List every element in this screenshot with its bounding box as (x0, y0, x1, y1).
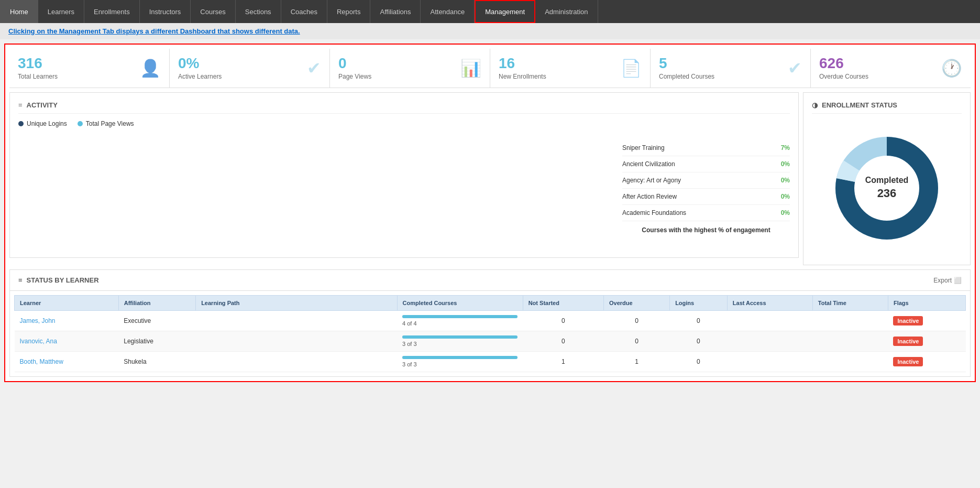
course-row: After Action Review0% (622, 189, 790, 205)
col-header-flags: Flags (888, 296, 965, 311)
stat-value-0: 316 (18, 56, 58, 71)
stat-label-2: Page Views (338, 73, 371, 80)
table-row: Booth, MatthewShukela3 of 3110Inactive (15, 352, 966, 372)
activity-chart (18, 134, 612, 249)
donut-completed-value: 236 (865, 186, 909, 201)
course-row: Sniper Training7% (622, 140, 790, 156)
learner-link[interactable]: Ivanovic, Ana (20, 338, 57, 345)
stat-value-4: 5 (659, 56, 714, 71)
donut-chart: Completed 236 (829, 131, 944, 246)
flags-cell: Inactive (888, 311, 965, 331)
course-name: Sniper Training (622, 144, 665, 151)
overdue-cell: 0 (603, 331, 669, 352)
status-header: ≡ STATUS BY LEARNER Export ⬜ (10, 270, 970, 291)
stat-card-0: 316Total Learners👤 (9, 49, 170, 88)
col-header-logins: Logins (670, 296, 728, 311)
stat-label-5: Overdue Courses (819, 73, 868, 80)
announcement-text[interactable]: Clicking on the Management Tab displays … (8, 27, 300, 35)
affiliation-cell: Legislative (118, 331, 195, 352)
course-row: Academic Foundations0% (622, 205, 790, 221)
flags-cell: Inactive (888, 352, 965, 372)
nav-item-attendance[interactable]: Attendance (421, 0, 475, 23)
logins-cell: 0 (670, 352, 728, 372)
not-started-cell: 1 (523, 352, 603, 372)
course-pct: 7% (781, 144, 790, 151)
learning-path-cell (196, 352, 397, 372)
navigation: HomeLearnersEnrollmentsInstructorsCourse… (0, 0, 980, 23)
nav-item-affiliations[interactable]: Affiliations (370, 0, 421, 23)
col-header-affiliation: Affiliation (118, 296, 195, 311)
stat-label-0: Total Learners (18, 73, 58, 80)
nav-item-courses[interactable]: Courses (191, 0, 235, 23)
stat-cards-row: 316Total Learners👤0%Active Learners✔0Pag… (9, 49, 971, 88)
col-header-learning-path: Learning Path (196, 296, 397, 311)
learning-path-cell (196, 331, 397, 352)
col-header-total-time: Total Time (812, 296, 888, 311)
nav-item-coaches[interactable]: Coaches (281, 0, 327, 23)
donut-chart-container: Completed 236 (812, 120, 962, 256)
announcement-bar: Clicking on the Management Tab displays … (0, 23, 980, 39)
right-panel: ◑ ENROLLMENT STATUS (803, 92, 971, 265)
learning-path-cell (196, 311, 397, 331)
stat-icon-1: ✔ (307, 58, 321, 78)
course-pct: 0% (781, 160, 790, 168)
stat-card-4: 5Completed Courses✔ (651, 49, 811, 88)
total-time-cell (812, 311, 888, 331)
last-access-cell (727, 331, 812, 352)
inactive-badge: Inactive (893, 316, 923, 326)
enrollment-icon: ◑ (812, 101, 818, 109)
stat-value-1: 0% (178, 56, 222, 71)
legend-dot-pageviews (78, 121, 83, 126)
learner-table: LearnerAffiliationLearning PathCompleted… (14, 295, 966, 372)
activity-legend: Unique Logins Total Page Views (18, 120, 790, 127)
col-header-completed-courses[interactable]: Completed Courses (397, 296, 523, 311)
not-started-cell: 0 (523, 331, 603, 352)
dashboard-container: 316Total Learners👤0%Active Learners✔0Pag… (4, 44, 976, 382)
flags-cell: Inactive (888, 331, 965, 352)
learner-link[interactable]: James, John (20, 317, 56, 324)
left-panel: ≡ ACTIVITY Unique Logins Total Page View… (9, 92, 799, 265)
stat-card-3: 16New Enrollments📄 (490, 49, 651, 88)
learner-table-wrapper: LearnerAffiliationLearning PathCompleted… (10, 291, 970, 376)
nav-item-home[interactable]: Home (0, 0, 38, 23)
nav-item-enrollments[interactable]: Enrollments (84, 0, 140, 23)
course-pct: 0% (781, 209, 790, 216)
affiliation-cell: Executive (118, 311, 195, 331)
stat-icon-4: ✔ (788, 58, 802, 78)
course-engagement: Sniper Training7%Ancient Civilization0%A… (622, 134, 790, 249)
stat-label-4: Completed Courses (659, 73, 714, 80)
legend-item-pageviews: Total Page Views (78, 120, 134, 127)
stat-icon-2: 📊 (460, 58, 481, 78)
main-content: ≡ ACTIVITY Unique Logins Total Page View… (9, 88, 971, 265)
stat-icon-5: 🕐 (941, 58, 962, 78)
activity-title: ≡ ACTIVITY (18, 101, 790, 114)
stat-value-3: 16 (499, 56, 546, 71)
stat-label-1: Active Learners (178, 73, 222, 80)
course-row: Ancient Civilization0% (622, 156, 790, 172)
col-header-not-started: Not Started (523, 296, 603, 311)
overdue-cell: 0 (603, 311, 669, 331)
course-table: Sniper Training7%Ancient Civilization0%A… (622, 140, 790, 221)
nav-item-reports[interactable]: Reports (327, 0, 371, 23)
nav-item-learners[interactable]: Learners (38, 0, 84, 23)
enrollment-title: ◑ ENROLLMENT STATUS (812, 101, 962, 114)
export-button[interactable]: Export ⬜ (933, 277, 962, 284)
stat-card-5: 626Overdue Courses🕐 (811, 49, 971, 88)
col-header-overdue: Overdue (603, 296, 669, 311)
legend-item-logins: Unique Logins (18, 120, 67, 127)
status-title: ≡ STATUS BY LEARNER (18, 276, 99, 284)
completed-courses-cell: 3 of 3 (397, 331, 523, 352)
nav-item-management[interactable]: Management (475, 0, 535, 23)
table-row: Ivanovic, AnaLegislative3 of 3000Inactiv… (15, 331, 966, 352)
learner-link[interactable]: Booth, Matthew (20, 358, 63, 365)
nav-item-instructors[interactable]: Instructors (140, 0, 191, 23)
legend-dot-logins (18, 121, 24, 126)
course-pct: 0% (781, 177, 790, 184)
last-access-cell (727, 311, 812, 331)
nav-item-sections[interactable]: Sections (236, 0, 281, 23)
nav-item-administration[interactable]: Administration (535, 0, 598, 23)
stat-card-1: 0%Active Learners✔ (170, 49, 330, 88)
stat-icon-0: 👤 (140, 58, 161, 78)
status-by-learner-section: ≡ STATUS BY LEARNER Export ⬜ LearnerAffi… (9, 269, 971, 377)
table-row: James, JohnExecutive4 of 4000Inactive (15, 311, 966, 331)
